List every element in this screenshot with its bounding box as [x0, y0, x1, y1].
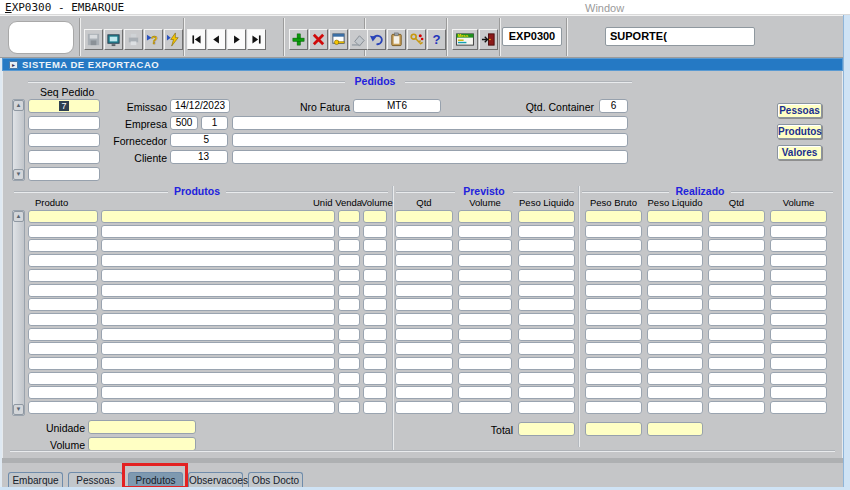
cliente-description-field[interactable]	[232, 150, 628, 164]
grid-cell[interactable]	[770, 284, 827, 297]
grid-cell[interactable]	[458, 401, 512, 414]
valores-button[interactable]: Valores	[777, 145, 822, 160]
grid-cell[interactable]	[708, 328, 765, 341]
grid-cell[interactable]	[647, 357, 703, 370]
grid-cell[interactable]	[647, 328, 703, 341]
total-previsto-peso-liquido-field[interactable]	[518, 422, 575, 436]
grid-cell[interactable]	[458, 342, 512, 355]
grid-cell[interactable]	[338, 328, 360, 341]
pedidos-scrollbar[interactable]: ▲ ▼	[12, 99, 25, 181]
grid-cell[interactable]	[770, 269, 827, 282]
seq-pedido-field[interactable]	[28, 116, 100, 130]
user-box[interactable]: SUPORTE(	[605, 27, 755, 46]
grid-cell[interactable]	[708, 298, 765, 311]
grid-cell[interactable]	[458, 210, 512, 223]
grid-cell[interactable]	[585, 298, 642, 311]
grid-cell[interactable]	[28, 239, 98, 252]
grid-cell[interactable]	[458, 386, 512, 399]
grid-cell[interactable]	[458, 372, 512, 385]
grid-cell[interactable]	[518, 239, 575, 252]
window-restore-icon[interactable]: ▸	[9, 61, 18, 69]
grid-cell[interactable]	[708, 210, 765, 223]
grid-cell[interactable]	[363, 284, 387, 297]
grid-cell[interactable]	[363, 372, 387, 385]
grid-cell[interactable]	[647, 342, 703, 355]
empresa-field[interactable]: 500	[170, 116, 198, 130]
grid-cell[interactable]	[28, 372, 98, 385]
grid-cell[interactable]	[585, 210, 642, 223]
grid-cell[interactable]	[101, 284, 335, 297]
grid-cell[interactable]	[647, 239, 703, 252]
grid-cell[interactable]	[363, 269, 387, 282]
grid-cell[interactable]	[585, 269, 642, 282]
grid-cell[interactable]	[458, 284, 512, 297]
empresa-description-field[interactable]	[232, 116, 628, 130]
empresa-branch-field[interactable]: 1	[201, 116, 228, 130]
grid-cell[interactable]	[395, 210, 453, 223]
grid-cell[interactable]	[28, 328, 98, 341]
grid-cell[interactable]	[458, 239, 512, 252]
exit-button[interactable]	[479, 29, 498, 50]
grid-cell[interactable]	[458, 313, 512, 326]
grid-cell[interactable]	[101, 401, 335, 414]
grid-cell[interactable]	[585, 313, 642, 326]
grid-cell[interactable]	[518, 372, 575, 385]
grid-cell[interactable]	[395, 284, 453, 297]
grid-cell[interactable]	[101, 254, 335, 267]
pessoas-button[interactable]: Pessoas	[777, 103, 822, 118]
grid-cell[interactable]	[363, 386, 387, 399]
seq-pedido-field[interactable]	[28, 150, 100, 164]
grid-cell[interactable]	[647, 386, 703, 399]
help-button[interactable]: ?	[427, 29, 446, 50]
grid-cell[interactable]	[101, 269, 335, 282]
grid-cell[interactable]	[518, 210, 575, 223]
grid-cell[interactable]	[585, 401, 642, 414]
menu-item-window[interactable]: Window	[585, 2, 624, 14]
grid-cell[interactable]	[363, 239, 387, 252]
unidade-field[interactable]	[88, 420, 196, 434]
grid-cell[interactable]	[458, 225, 512, 238]
cliente-field[interactable]: 13	[170, 150, 228, 164]
grid-cell[interactable]	[770, 357, 827, 370]
grid-cell[interactable]	[585, 372, 642, 385]
grid-cell[interactable]	[647, 372, 703, 385]
grid-cell[interactable]	[708, 401, 765, 414]
grid-cell[interactable]	[518, 386, 575, 399]
grid-cell[interactable]	[518, 269, 575, 282]
grid-cell[interactable]	[518, 328, 575, 341]
grid-cell[interactable]	[458, 298, 512, 311]
grid-cell[interactable]	[101, 239, 335, 252]
grid-cell[interactable]	[708, 342, 765, 355]
grid-cell[interactable]	[708, 313, 765, 326]
grid-cell[interactable]	[101, 313, 335, 326]
grid-cell[interactable]	[647, 254, 703, 267]
grid-cell[interactable]	[647, 269, 703, 282]
keys-button[interactable]	[407, 29, 426, 50]
grid-cell[interactable]	[28, 401, 98, 414]
grid-cell[interactable]	[518, 342, 575, 355]
grid-cell[interactable]	[770, 225, 827, 238]
grid-cell[interactable]	[395, 225, 453, 238]
grid-cell[interactable]	[338, 284, 360, 297]
grid-cell[interactable]	[585, 328, 642, 341]
grid-cell[interactable]	[28, 298, 98, 311]
grid-cell[interactable]	[101, 372, 335, 385]
grid-cell[interactable]	[28, 225, 98, 238]
window-right-frame[interactable]	[843, 15, 850, 490]
grid-cell[interactable]	[363, 298, 387, 311]
produtos-button[interactable]: Produtos	[777, 124, 822, 139]
grid-cell[interactable]	[647, 401, 703, 414]
execute-query-button[interactable]	[164, 29, 183, 50]
grid-cell[interactable]	[647, 284, 703, 297]
seq-pedido-field[interactable]	[28, 167, 100, 181]
grid-cell[interactable]	[585, 386, 642, 399]
grid-cell[interactable]	[28, 357, 98, 370]
nro-fatura-field[interactable]: MT6	[353, 99, 441, 113]
grid-cell[interactable]	[101, 225, 335, 238]
grid-cell[interactable]	[708, 239, 765, 252]
grid-cell[interactable]	[708, 372, 765, 385]
grid-cell[interactable]	[647, 313, 703, 326]
grid-cell[interactable]	[363, 357, 387, 370]
grid-cell[interactable]	[708, 225, 765, 238]
grid-cell[interactable]	[708, 254, 765, 267]
